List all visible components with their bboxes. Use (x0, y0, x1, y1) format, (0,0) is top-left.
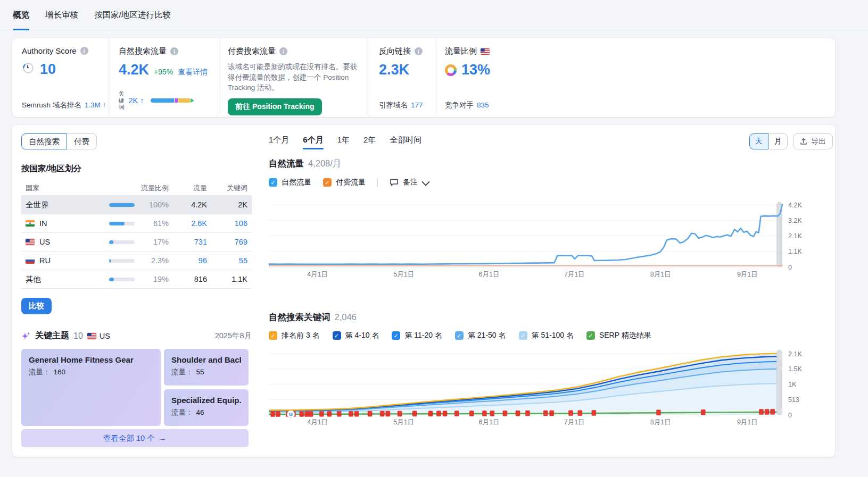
country-row-全世界[interactable]: 全世界100%4.2K2K (21, 196, 252, 214)
country-name: RU (39, 256, 51, 265)
keywords-value[interactable]: 55 (207, 256, 247, 265)
traffic-value[interactable]: 2.6K (169, 219, 207, 228)
position-tracking-button[interactable]: 前往 Position Tracking (228, 98, 322, 115)
authority-score-label: Authority Score (22, 46, 77, 55)
organic-traffic-chart-title: 自然流量 4,208/月 (269, 158, 833, 170)
ref-domains-label: 引荐域名 (379, 101, 408, 110)
authority-score-column: Authority Score i 10 Semrush 域名排名 1.3M ↑ (12, 38, 109, 117)
top-tab-概览[interactable]: 概览 (13, 0, 29, 30)
checkbox-checked-icon[interactable]: ✓ (392, 331, 400, 340)
google-update-flag-icon (398, 411, 402, 416)
svg-text:4.2K: 4.2K (788, 202, 802, 209)
toggle-付费[interactable]: 付费 (67, 133, 97, 149)
range-tab-2年[interactable]: 2年 (363, 135, 376, 148)
view-details-link[interactable]: 查看详情 (178, 68, 208, 77)
google-update-flag-icon (701, 409, 705, 415)
google-update-flag-icon (436, 411, 441, 416)
time-range-tabs: 1个月6个月1年2年全部时间 (269, 135, 421, 148)
legend-item[interactable]: ✓第 21-50 名 (455, 331, 506, 340)
checkbox-checked-icon[interactable]: ✓ (333, 331, 341, 340)
topic-card[interactable]: Shoulder and Back ...流量：55 (164, 349, 249, 386)
share-bar (109, 203, 135, 207)
google-update-flag-icon (386, 411, 390, 416)
country-row-其他[interactable]: 其他19%8161.1K (21, 270, 252, 289)
range-tab-全部时间[interactable]: 全部时间 (390, 135, 421, 148)
domain-rank-link[interactable]: 1.3M ↑ (85, 101, 106, 109)
info-icon[interactable]: i (279, 47, 287, 55)
month-toggle[interactable]: 月 (768, 133, 788, 149)
us-flag-icon (481, 48, 490, 55)
top-tab-按国家/地区进行比较[interactable]: 按国家/地区进行比较 (94, 0, 171, 30)
compare-button[interactable]: 比较 (21, 298, 52, 314)
topic-card[interactable]: General Home Fitness Gear流量：160 (21, 349, 161, 426)
country-row-US[interactable]: US17%731769 (21, 233, 252, 252)
legend-item[interactable]: ✓自然流量 (269, 178, 311, 187)
top-tab-增长审核[interactable]: 增长审核 (45, 0, 78, 30)
competitors-link[interactable]: 835 (477, 101, 489, 109)
analytics-card: 自然搜索付费 按国家/地区划分 国家流量比例流量关键词全世界100%4.2K2K… (12, 125, 835, 457)
key-topics-count: 10 (73, 331, 83, 341)
traffic-value: 4.2K (169, 200, 207, 209)
view-all-label: 查看全部 10 个 (103, 433, 155, 443)
day-toggle[interactable]: 天 (749, 133, 768, 149)
legend-item[interactable]: ✓第 51-100 名 (519, 331, 574, 340)
country-name: US (39, 238, 50, 246)
organic-traffic-chart-value: 4,208/月 (308, 158, 341, 170)
domain-rank-label: Semrush 域名排名 (22, 101, 81, 110)
info-icon[interactable]: i (170, 47, 178, 55)
legend-item[interactable]: ✓排名前 3 名 (269, 331, 320, 340)
traffic-value[interactable]: 96 (169, 256, 207, 265)
keywords-value[interactable]: 769 (207, 238, 247, 246)
google-update-flag-icon (349, 411, 353, 416)
metrics-card: Authority Score i 10 Semrush 域名排名 1.3M ↑… (12, 38, 835, 117)
organic-keywords-chart-value: 2,046 (335, 312, 357, 322)
export-button[interactable]: 导出 (793, 133, 833, 149)
chevron-down-icon (421, 178, 430, 186)
checkbox-checked-icon[interactable]: ✓ (269, 178, 277, 187)
legend-item[interactable]: ✓SERP 精选结果 (586, 331, 651, 340)
topic-name: General Home Fitness Gear (29, 355, 153, 364)
organic-keywords-chart[interactable]: 05131K1.5K2.1K4月1日5月1日6月1日7月1日8月1日9月1日G (269, 344, 831, 428)
legend-item[interactable]: ✓第 11-20 名 (392, 331, 442, 340)
share-bar (109, 222, 135, 225)
keywords-value[interactable]: 106 (207, 219, 247, 228)
semrush-domain-overview-page: 概览增长审核按国家/地区进行比较 Authority Score i 10 Se… (0, 0, 868, 477)
country-row-RU[interactable]: RU2.3%9655 (21, 252, 252, 270)
google-update-flag-icon (309, 411, 313, 416)
country-row-IN[interactable]: IN61%2.6K106 (21, 214, 252, 233)
organic-keywords-chart-label: 自然搜索关键词 (269, 312, 330, 323)
view-all-topics-link[interactable]: 查看全部 10 个 → (21, 429, 249, 447)
google-update-flag-icon (656, 410, 660, 415)
checkbox-checked-icon[interactable]: ✓ (269, 331, 277, 340)
checkbox-checked-icon[interactable]: ✓ (586, 331, 595, 340)
share-percent: 61% (140, 219, 169, 228)
range-tab-6个月[interactable]: 6个月 (303, 135, 323, 148)
toggle-自然搜索[interactable]: 自然搜索 (21, 133, 67, 149)
legend-label: 排名前 3 名 (282, 331, 320, 340)
google-update-flag-icon (319, 411, 324, 416)
legend-label: SERP 精选结果 (599, 331, 651, 340)
google-update-flag-icon (759, 409, 763, 414)
google-update-flag-icon (368, 411, 372, 416)
sparkles-icon (21, 331, 31, 341)
notes-dropdown[interactable]: 备注 (390, 178, 428, 187)
checkbox-checked-icon[interactable]: ✓ (455, 331, 464, 340)
checkbox-checked-icon[interactable]: ✓ (519, 331, 527, 340)
range-tab-1个月[interactable]: 1个月 (269, 135, 289, 148)
organic-traffic-chart[interactable]: 01.1K2.1K3.2K4.2K4月1日5月1日6月1日7月1日8月1日9月1… (269, 191, 831, 280)
legend-item[interactable]: ✓付费流量 (323, 178, 366, 187)
checkbox-checked-icon[interactable]: ✓ (323, 178, 332, 187)
info-icon[interactable]: i (80, 47, 88, 55)
traffic-value[interactable]: 731 (169, 238, 207, 246)
google-update-flag-icon (304, 411, 309, 416)
range-tab-1年[interactable]: 1年 (337, 135, 350, 148)
ref-domains-link[interactable]: 177 (411, 101, 423, 109)
legend-item[interactable]: ✓第 4-10 名 (333, 331, 379, 340)
topic-card[interactable]: Specialized Equip...流量：46 (164, 389, 249, 426)
info-icon[interactable]: i (415, 47, 423, 55)
svg-text:5月1日: 5月1日 (393, 271, 414, 278)
divider (377, 178, 378, 187)
legend-label: 第 21-50 名 (468, 331, 506, 340)
svg-text:6月1日: 6月1日 (479, 271, 500, 278)
share-percent: 2.3% (140, 256, 169, 265)
